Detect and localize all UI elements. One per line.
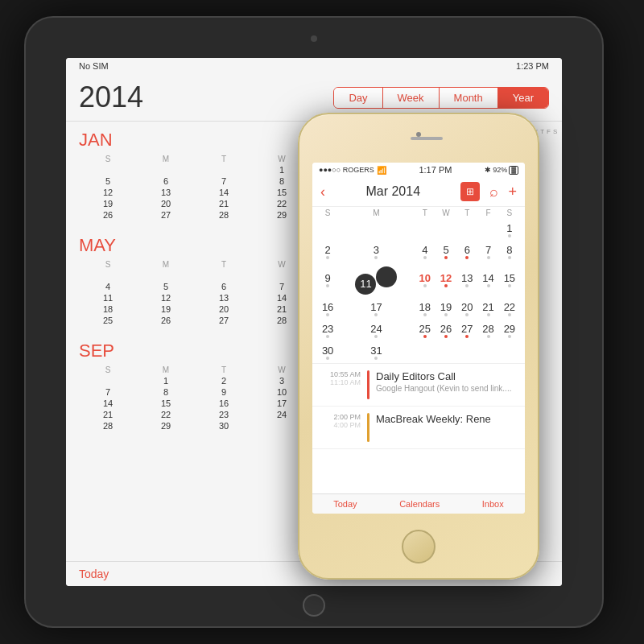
day-header-fri: F	[477, 207, 498, 219]
iphone-status-bar: ●●●○○ ROGERS 📶 1:17 PM ✱ 92% ▓	[312, 163, 525, 177]
ipad-today-button[interactable]: Today	[79, 568, 109, 580]
iphone-back-button[interactable]: ‹	[320, 184, 325, 200]
tab-calendars[interactable]: Calendars	[399, 499, 440, 509]
iphone-grid-icon: ⊞	[466, 186, 474, 197]
day-header-tue: T	[415, 207, 436, 219]
iphone-home-button[interactable]	[402, 530, 436, 564]
event-2-details: MacBreak Weekly: Rene	[376, 413, 517, 425]
table-row: 1	[317, 219, 520, 241]
day-header-thu: T	[456, 207, 477, 219]
table-row: 9 11 10 12 13 14 15	[317, 262, 520, 298]
iphone-view-button[interactable]: ⊞	[460, 182, 480, 201]
event-2-title: MacBreak Weekly: Rene	[376, 413, 517, 425]
segment-day[interactable]: Day	[334, 88, 382, 108]
ipad-status-bar: No SIM 1:23 PM	[66, 58, 562, 74]
table-row: 2 3 4 5 6 7 8	[317, 241, 520, 262]
iphone-search-button[interactable]: ⌕	[489, 184, 498, 200]
iphone-tab-bar: Today Calendars Inbox	[312, 493, 525, 514]
iphone-month-grid: S M T W T F S 1	[312, 207, 525, 363]
event-item-2[interactable]: 2:00 PM 4:00 PM MacBreak Weekly: Rene	[312, 407, 525, 449]
event-2-bar	[367, 413, 369, 442]
tab-inbox[interactable]: Inbox	[482, 499, 504, 509]
iphone-battery: 92%	[493, 166, 507, 174]
ipad-year: 2014	[79, 80, 143, 114]
ipad-home-button[interactable]	[303, 594, 325, 617]
iphone-speaker	[411, 137, 443, 140]
event-2-time: 2:00 PM 4:00 PM	[320, 413, 361, 429]
iphone-month-title: Mar 2014	[365, 184, 420, 199]
table-row: 23 24 25 26 27 28 29	[317, 320, 520, 341]
day-header-sat: S	[499, 207, 520, 219]
iphone-bluetooth-icon: ✱	[485, 166, 491, 174]
ipad-time: 1:23 PM	[516, 61, 549, 71]
day-header-mon: M	[338, 207, 414, 219]
table-row: 16 17 18 19 20 21 22	[317, 298, 520, 320]
table-row: 30 31	[317, 341, 520, 363]
iphone-cal-header: ‹ Mar 2014 ⊞ ⌕ +	[312, 177, 525, 207]
iphone-device: ●●●○○ ROGERS 📶 1:17 PM ✱ 92% ▓ ‹ Mar 201…	[298, 113, 539, 580]
event-1-title: Daily Editors Call	[376, 370, 517, 382]
ipad-camera	[311, 35, 317, 42]
day-header-sun: S	[317, 207, 338, 219]
iphone-header-icons: ⊞ ⌕ +	[460, 182, 517, 201]
event-1-subtitle: Google Hangout (Kevin to send link....	[376, 384, 517, 393]
tab-today[interactable]: Today	[333, 499, 357, 509]
segment-year[interactable]: Year	[498, 88, 548, 108]
event-1-details: Daily Editors Call Google Hangout (Kevin…	[376, 370, 517, 393]
ipad-view-segments[interactable]: Day Week Month Year	[333, 87, 549, 109]
events-list: 10:55 AM 11:10 AM Daily Editors Call Goo…	[312, 363, 525, 449]
segment-week[interactable]: Week	[383, 88, 440, 108]
iphone-wifi-icon: 📶	[377, 166, 386, 175]
ipad-carrier: No SIM	[79, 61, 109, 71]
iphone-carrier: ●●●○○ ROGERS	[319, 166, 374, 174]
iphone-screen: ●●●○○ ROGERS 📶 1:17 PM ✱ 92% ▓ ‹ Mar 201…	[312, 163, 525, 514]
event-item-1[interactable]: 10:55 AM 11:10 AM Daily Editors Call Goo…	[312, 364, 525, 407]
event-1-time: 10:55 AM 11:10 AM	[320, 370, 361, 386]
event-1-bar	[367, 370, 369, 399]
segment-month[interactable]: Month	[440, 88, 498, 108]
iphone-battery-icon: ▓	[509, 166, 518, 175]
iphone-add-button[interactable]: +	[508, 184, 517, 200]
iphone-time: 1:17 PM	[419, 165, 452, 175]
day-header-wed: W	[436, 207, 456, 219]
